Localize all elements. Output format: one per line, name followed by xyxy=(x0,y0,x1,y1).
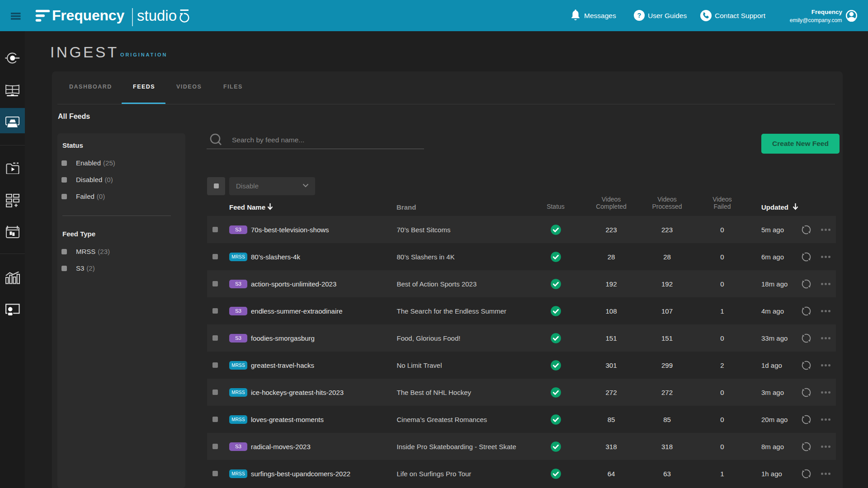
svg-text:?: ? xyxy=(637,12,642,19)
